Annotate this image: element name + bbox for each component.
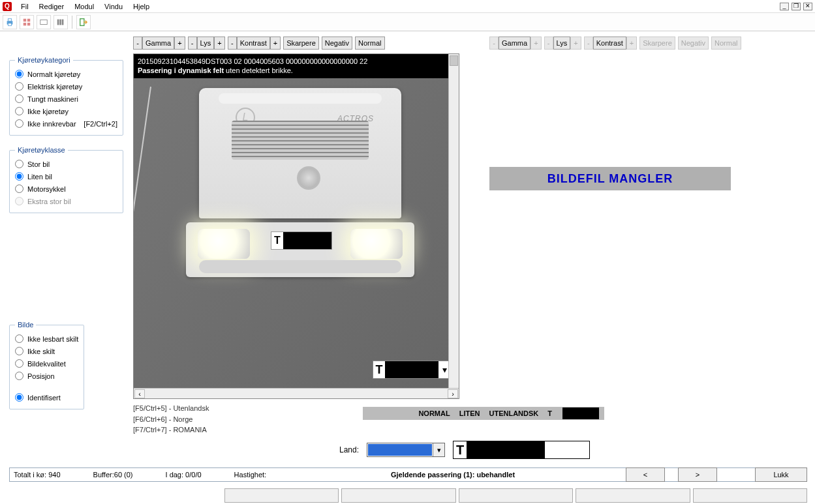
menu-fil[interactable]: Fil	[16, 3, 34, 10]
minimize-button[interactable]: _	[780, 3, 789, 10]
status-idag: I dag: 0/0/0	[166, 471, 202, 479]
gamma-minus-r[interactable]: -	[489, 37, 499, 50]
radio-storbil-label: Stor bil	[27, 160, 50, 168]
land-dropdown[interactable]: ▾	[367, 443, 445, 457]
taskbar-slot[interactable]	[224, 488, 339, 503]
lys-minus[interactable]: -	[188, 37, 197, 50]
radio-identifisert-input[interactable]	[15, 393, 23, 402]
menu-rediger[interactable]: Rediger	[34, 3, 70, 10]
radio-storbil-input[interactable]	[15, 160, 23, 168]
taskbar-slot[interactable]	[459, 488, 573, 503]
taskbar-slot[interactable]	[576, 488, 690, 503]
radio-normalt-input[interactable]	[15, 70, 23, 78]
image-vscroll[interactable]	[448, 54, 459, 388]
radio-ikke-innkrevbar-input[interactable]	[15, 119, 23, 128]
gamma-plus-r[interactable]: +	[531, 37, 541, 50]
kontrast-minus[interactable]: -	[228, 37, 237, 50]
taskbar-slot[interactable]	[693, 488, 807, 503]
radio-ikke-lesbart[interactable]: Ikke lesbart skilt	[15, 333, 78, 345]
radio-elektrisk-input[interactable]	[15, 82, 23, 91]
normal-button[interactable]: Normal	[355, 37, 384, 50]
radio-bildekvalitet-input[interactable]	[15, 359, 23, 368]
normal-button-r[interactable]: Normal	[711, 37, 741, 50]
vehicle-image[interactable]: L ACTROS T 20150923104453849DST003 02 0	[133, 53, 459, 399]
summary-utenlandsk: UTENLANDSK	[489, 409, 538, 417]
menu-modul[interactable]: Modul	[69, 3, 99, 10]
summary-bar: NORMAL LITEN UTENLANDSK T	[363, 407, 604, 420]
radio-motorsykkel[interactable]: Motorsykkel	[15, 183, 117, 195]
radio-ikke-kjoretoy-input[interactable]	[15, 107, 23, 115]
radio-posisjon[interactable]: Posisjon	[15, 370, 78, 382]
columns-icon[interactable]	[54, 15, 68, 29]
kontrast-plus[interactable]: +	[270, 37, 281, 50]
next-button[interactable]: >	[678, 467, 717, 482]
close-window-button[interactable]: ✕	[803, 3, 812, 10]
lukk-button[interactable]: Lukk	[755, 467, 807, 482]
radio-tungt-input[interactable]	[15, 95, 23, 103]
radio-ikke-innkrevbar[interactable]: Ikke innkrevbar[F2/Ctrl+2]	[15, 117, 117, 130]
radio-ikke-kjoretoy[interactable]: Ikke kjøretøy	[15, 105, 117, 117]
maximize-button[interactable]: ❐	[792, 3, 801, 10]
radio-identifisert-label: Identifisert	[27, 394, 61, 402]
svg-rect-4	[27, 18, 30, 21]
summary-liten: LITEN	[459, 409, 480, 417]
image-hscroll[interactable]: ‹›	[134, 388, 459, 398]
gamma-label: Gamma	[142, 37, 174, 50]
negativ-button[interactable]: Negativ	[322, 37, 352, 50]
gamma-label-r: Gamma	[499, 37, 531, 50]
hint-f2: [F2/Ctrl+2]	[84, 120, 117, 128]
lys-plus-r[interactable]: +	[570, 37, 581, 50]
menu-vindu[interactable]: Vindu	[99, 3, 128, 10]
radio-normalt-label: Normalt kjøretøy	[27, 70, 80, 78]
radio-tungt-label: Tungt maskineri	[27, 95, 78, 103]
lys-label: Lys	[197, 37, 215, 50]
radio-identifisert[interactable]: Identifisert	[15, 391, 78, 404]
kontrast-label: Kontrast	[237, 37, 270, 50]
radio-posisjon-label: Posisjon	[27, 372, 55, 380]
radio-tungt[interactable]: Tungt maskineri	[15, 93, 117, 105]
overlay-line2a: Passering i dynamisk felt	[138, 67, 224, 74]
plate-input[interactable]: T	[453, 441, 590, 459]
skarpere-button[interactable]: Skarpere	[283, 37, 319, 50]
print-icon[interactable]	[3, 15, 17, 29]
mini-plate-letter: T	[373, 361, 385, 378]
gamma-plus[interactable]: +	[174, 37, 185, 50]
taskbar-slot[interactable]	[341, 488, 455, 503]
lys-plus[interactable]: +	[214, 37, 224, 50]
radio-normalt[interactable]: Normalt kjøretøy	[15, 68, 117, 80]
kontrast-minus-r[interactable]: -	[584, 37, 593, 50]
scroll-right-icon[interactable]: ›	[448, 389, 458, 398]
radio-bildekvalitet[interactable]: Bildekvalitet	[15, 357, 78, 370]
prev-button[interactable]: <	[626, 467, 665, 482]
exit-icon[interactable]	[76, 15, 91, 29]
radio-posisjon-input[interactable]	[15, 372, 23, 380]
radio-litenbil[interactable]: Liten bil	[15, 170, 117, 183]
gamma-minus[interactable]: -	[133, 37, 142, 50]
land-label: Land:	[307, 445, 359, 454]
svg-rect-9	[59, 19, 61, 25]
legend-kategori: Kjøretøykategori	[15, 56, 73, 64]
radio-ikke-skilt[interactable]: Ikke skilt	[15, 345, 78, 357]
radio-elektrisk[interactable]: Elektrisk kjøretøy	[15, 80, 117, 93]
mini-plate[interactable]: T ▾	[373, 361, 451, 379]
negativ-button-r[interactable]: Negativ	[678, 37, 709, 50]
grid-icon[interactable]	[20, 15, 34, 29]
kontrast-plus-r[interactable]: +	[626, 37, 637, 50]
radio-ikke-skilt-input[interactable]	[15, 347, 23, 355]
radio-ikke-innkrevbar-label: Ikke innkrevbar	[27, 120, 76, 128]
radio-ekstra-storbil-input	[15, 197, 23, 205]
menu-hjelp[interactable]: Hjelp	[128, 3, 155, 10]
radio-ikke-lesbart-input[interactable]	[15, 334, 23, 343]
legend-klasse: Kjøretøyklasse	[15, 146, 68, 154]
app-logo: Q	[3, 2, 12, 11]
lys-minus-r[interactable]: -	[544, 37, 553, 50]
svg-rect-3	[23, 18, 26, 21]
panel-icon[interactable]	[37, 15, 51, 29]
radio-litenbil-input[interactable]	[15, 172, 23, 181]
scroll-left-icon[interactable]: ‹	[134, 389, 145, 398]
radio-motorsykkel-input[interactable]	[15, 185, 23, 193]
chevron-down-icon[interactable]: ▾	[433, 443, 444, 456]
radio-storbil[interactable]: Stor bil	[15, 158, 117, 170]
skarpere-button-r[interactable]: Skarpere	[639, 37, 675, 50]
radio-ikke-skilt-label: Ikke skilt	[27, 348, 55, 355]
